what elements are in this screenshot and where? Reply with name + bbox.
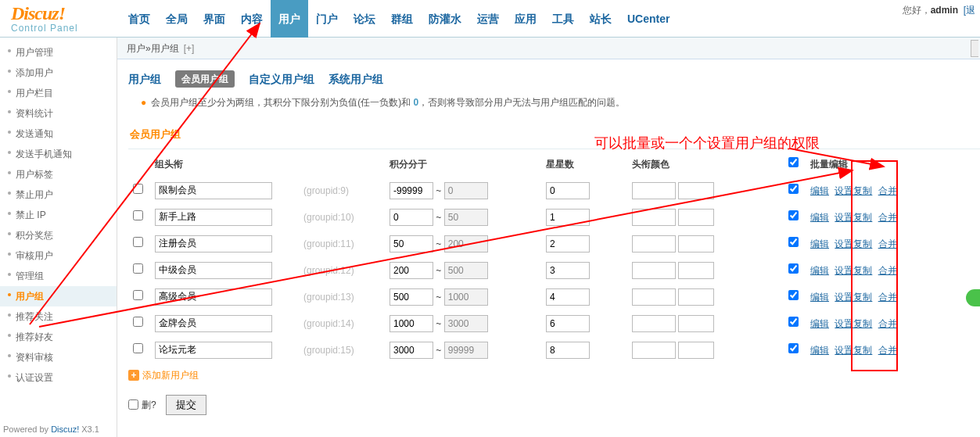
submit-button[interactable]: 提交: [166, 395, 206, 415]
copy-link[interactable]: 设置复制: [835, 345, 872, 356]
row-checkbox[interactable]: [133, 343, 143, 353]
edit-link[interactable]: 编辑: [810, 318, 829, 329]
score-low-input[interactable]: [389, 262, 433, 279]
merge-link[interactable]: 合并: [878, 318, 897, 329]
sidebar-item-8[interactable]: 禁止 IP: [0, 205, 117, 225]
crumb-add[interactable]: [+]: [184, 41, 195, 56]
nav-用户[interactable]: 用户: [271, 0, 308, 38]
merge-link[interactable]: 合并: [878, 238, 897, 249]
bulk-master-checkbox[interactable]: [788, 157, 799, 167]
stars-input[interactable]: [546, 262, 590, 279]
title-input[interactable]: [155, 315, 272, 332]
row-checkbox[interactable]: [133, 263, 143, 274]
sidebar-item-9[interactable]: 积分奖惩: [0, 225, 117, 245]
bulk-row-checkbox[interactable]: [788, 263, 799, 274]
color-extra-input[interactable]: [678, 262, 714, 279]
nav-门户[interactable]: 门户: [308, 0, 346, 38]
sidebar-item-5[interactable]: 发送手机通知: [0, 144, 117, 164]
edit-link[interactable]: 编辑: [810, 345, 829, 356]
sidebar-item-10[interactable]: 审核用户: [0, 245, 117, 266]
row-checkbox[interactable]: [133, 317, 143, 327]
title-input[interactable]: [155, 235, 272, 253]
color-input[interactable]: [632, 182, 676, 199]
stars-input[interactable]: [546, 235, 590, 253]
search-button[interactable]: [971, 40, 978, 57]
row-checkbox[interactable]: [133, 290, 143, 300]
score-low-input[interactable]: [389, 288, 433, 306]
nav-界面[interactable]: 界面: [196, 0, 233, 38]
nav-UCenter[interactable]: UCenter: [619, 0, 677, 38]
copy-link[interactable]: 设置复制: [835, 265, 872, 276]
copy-link[interactable]: 设置复制: [835, 238, 872, 249]
sidebar-item-11[interactable]: 管理组: [0, 266, 117, 286]
edit-link[interactable]: 编辑: [810, 185, 829, 196]
color-extra-input[interactable]: [678, 288, 714, 306]
color-extra-input[interactable]: [678, 342, 714, 359]
add-new-group[interactable]: + 添加新用户组: [128, 364, 199, 387]
stars-input[interactable]: [546, 315, 590, 332]
row-checkbox[interactable]: [133, 210, 143, 220]
color-input[interactable]: [632, 262, 676, 279]
sidebar-item-6[interactable]: 用户标签: [0, 164, 117, 184]
sidebar-item-16[interactable]: 认证设置: [0, 367, 117, 388]
color-input[interactable]: [632, 209, 676, 226]
sidebar-item-1[interactable]: 添加用户: [0, 63, 117, 83]
sidebar-item-2[interactable]: 用户栏目: [0, 83, 117, 103]
copy-link[interactable]: 设置复制: [835, 185, 872, 196]
score-low-input[interactable]: [389, 315, 433, 332]
footer-link[interactable]: Discuz!: [51, 424, 79, 434]
nav-工具[interactable]: 工具: [544, 0, 582, 38]
copy-link[interactable]: 设置复制: [835, 318, 872, 329]
stars-input[interactable]: [546, 209, 590, 226]
stars-input[interactable]: [546, 342, 590, 359]
stars-input[interactable]: [546, 182, 590, 199]
nav-群组[interactable]: 群组: [383, 0, 421, 38]
edit-link[interactable]: 编辑: [810, 238, 829, 249]
bulk-row-checkbox[interactable]: [788, 343, 799, 353]
merge-link[interactable]: 合并: [878, 265, 897, 276]
sidebar-item-4[interactable]: 发送通知: [0, 124, 117, 144]
copy-link[interactable]: 设置复制: [835, 292, 872, 303]
color-extra-input[interactable]: [678, 182, 714, 199]
color-input[interactable]: [632, 315, 676, 332]
title-input[interactable]: [155, 288, 272, 306]
title-input[interactable]: [155, 342, 272, 359]
nav-全局[interactable]: 全局: [158, 0, 196, 38]
color-extra-input[interactable]: [678, 235, 714, 253]
color-input[interactable]: [632, 235, 676, 253]
color-input[interactable]: [632, 342, 676, 359]
title-input[interactable]: [155, 209, 272, 226]
nav-内容[interactable]: 内容: [233, 0, 271, 38]
logout-link[interactable]: [退: [964, 5, 975, 16]
nav-运营[interactable]: 运营: [469, 0, 507, 38]
nav-论坛[interactable]: 论坛: [346, 0, 383, 38]
merge-link[interactable]: 合并: [878, 345, 897, 356]
subtab-member[interactable]: 会员用户组: [175, 70, 235, 88]
title-input[interactable]: [155, 182, 272, 199]
row-checkbox[interactable]: [133, 237, 143, 247]
color-extra-input[interactable]: [678, 315, 714, 332]
copy-link[interactable]: 设置复制: [835, 212, 872, 223]
score-low-input[interactable]: [389, 209, 433, 226]
score-low-input[interactable]: [389, 342, 433, 359]
sidebar-item-0[interactable]: 用户管理: [0, 42, 117, 63]
bulk-row-checkbox[interactable]: [788, 317, 799, 327]
bulk-row-checkbox[interactable]: [788, 290, 799, 300]
score-low-input[interactable]: [389, 235, 433, 253]
stars-input[interactable]: [546, 288, 590, 306]
score-low-input[interactable]: [389, 182, 433, 199]
sidebar-item-15[interactable]: 资料审核: [0, 347, 117, 367]
merge-link[interactable]: 合并: [878, 212, 897, 223]
edit-link[interactable]: 编辑: [810, 212, 829, 223]
sidebar-item-7[interactable]: 禁止用户: [0, 184, 117, 205]
sidebar-item-13[interactable]: 推荐关注: [0, 306, 117, 327]
sidebar-item-3[interactable]: 资料统计: [0, 103, 117, 124]
color-input[interactable]: [632, 288, 676, 306]
title-input[interactable]: [155, 262, 272, 279]
nav-站长[interactable]: 站长: [582, 0, 619, 38]
subtab-system[interactable]: 系统用户组: [328, 71, 383, 88]
nav-首页[interactable]: 首页: [120, 0, 158, 38]
nav-应用[interactable]: 应用: [507, 0, 544, 38]
merge-link[interactable]: 合并: [878, 292, 897, 303]
side-badge-icon[interactable]: [966, 289, 980, 306]
